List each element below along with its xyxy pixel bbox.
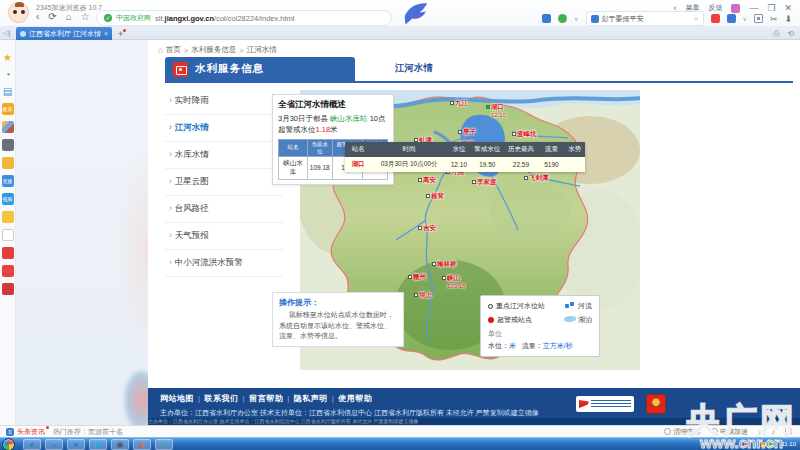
clean-memory-button[interactable]: 清理内存	[664, 427, 701, 437]
legend-station-label: 重点江河水位站	[496, 302, 545, 309]
taskbar-cloud-app-icon[interactable]: ☁	[45, 439, 63, 450]
url-text[interactable]: slt.jiangxi.gov.cn/col/col28224/index.ht…	[155, 14, 295, 23]
screenshot-scissors-icon[interactable]: ✂	[770, 14, 778, 24]
app-red-3-icon[interactable]	[2, 283, 14, 295]
footer-link-网站地图[interactable]: 网站地图	[160, 394, 194, 403]
sidebar-item-台风路径[interactable]: ›台风路径	[165, 196, 283, 223]
map-station-九江[interactable]: 九江	[450, 99, 468, 108]
new-tab-button[interactable]: +	[118, 29, 123, 39]
taskbar-wechat-icon[interactable]: ◖	[155, 439, 173, 450]
tray-icon[interactable]	[761, 442, 766, 447]
status-dot-icon[interactable]	[558, 14, 567, 23]
sidebar-item-实时降雨[interactable]: ›实时降雨	[165, 88, 283, 115]
translate-icon[interactable]	[727, 14, 736, 23]
search-box[interactable]: ⌕	[586, 11, 704, 26]
station-tooltip: 站名时间水位警戒水位历史最高流量水势湖口03月30日 10点00分12.1019…	[345, 142, 585, 172]
footer-link-使用帮助[interactable]: 使用帮助	[338, 394, 372, 403]
window-mode-icon[interactable]	[785, 428, 792, 435]
apps-icon[interactable]	[542, 14, 551, 23]
footer-link-隐私声明[interactable]: 隐私声明	[294, 394, 328, 403]
tray-icon[interactable]	[745, 442, 750, 447]
map-station-高安[interactable]: 高安	[418, 176, 436, 185]
history-clock-icon[interactable]: ◔	[4, 69, 10, 80]
sidebar-item-水库水情[interactable]: ›水库水情	[165, 142, 283, 169]
refresh-button[interactable]: ⟳	[48, 11, 56, 22]
back-button[interactable]: ‹	[36, 11, 39, 22]
map-station-李家渡[interactable]: 李家渡	[472, 178, 497, 187]
home-button[interactable]: ⌂	[66, 11, 72, 22]
sound-icon[interactable]: ♪	[772, 428, 776, 435]
active-tab[interactable]: 江西省水利厅 江河水情 ×	[16, 27, 112, 40]
sidebar-item-中小河流洪水预警[interactable]: ›中小河流洪水预警	[165, 250, 283, 277]
search-icon[interactable]: ⌕	[694, 14, 698, 24]
taskbar-ie-browser-icon[interactable]: e	[23, 439, 41, 450]
pc-boost-button[interactable]: 电脑加速	[711, 427, 748, 437]
map-station-湖口[interactable]: 湖口12.10	[486, 103, 506, 118]
windows-taskbar: e☁➤▶▣◉◖ 11:10	[0, 437, 800, 450]
app-photo-icon[interactable]	[2, 121, 14, 133]
section-current-tab[interactable]: 江河水情	[395, 62, 433, 75]
map-station-峡山[interactable]: 峡山109.18	[442, 274, 465, 289]
favorite-star-button[interactable]: ☆	[81, 11, 90, 22]
app-white-logo-icon[interactable]	[2, 229, 14, 241]
footer-link-留言帮助[interactable]: 留言帮助	[249, 394, 283, 403]
start-button[interactable]	[2, 438, 15, 450]
browser-titlebar: 2345加速浏览器 10.7 ‹ ⟳ ⌂ ☆ ✓ 中国政府网 slt.jiang…	[0, 0, 800, 27]
news-feed-icon[interactable]: ≡	[6, 428, 14, 436]
app-live-icon[interactable]: 直播	[2, 175, 14, 187]
app-gray-icon[interactable]	[2, 139, 14, 151]
taskbar-color-wheel-app-icon[interactable]: ◉	[133, 439, 151, 450]
notes-doc-icon[interactable]: ▤	[3, 86, 12, 97]
tooltip-table: 站名时间水位警戒水位历史最高流量水势湖口03月30日 10点00分12.1019…	[345, 142, 585, 172]
map-station-翰林桥[interactable]: 翰林桥	[432, 260, 457, 269]
capture-icon[interactable]: ⎙	[773, 29, 779, 39]
favorites-star-icon[interactable]: ★	[3, 52, 12, 63]
app-red-2-icon[interactable]	[2, 265, 14, 277]
map-station-吉安[interactable]: 吉安	[418, 224, 436, 233]
footer-marquee: 主办单位：江西省水利厅办公室 技术支持单位：江西省水利信息中心 江西省水利厅版权…	[148, 418, 800, 425]
tray-icon[interactable]	[753, 442, 758, 447]
breadcrumb-item[interactable]: 江河水情	[247, 45, 277, 55]
sidebar-item-江河水情[interactable]: ›江河水情	[165, 115, 283, 142]
map-station-坝上[interactable]: 坝上	[414, 291, 432, 300]
dropdown-caret-icon[interactable]: ∨	[574, 15, 578, 22]
app-red-s-icon[interactable]	[2, 247, 14, 259]
hot-recommendation[interactable]: 热门推荐：页游前十名	[53, 427, 123, 437]
app-video-icon[interactable]: 视频	[2, 193, 14, 205]
extensions-grid-icon[interactable]	[754, 14, 763, 23]
sidebar-item-天气预报[interactable]: ›天气预报	[165, 223, 283, 250]
station-marker-icon	[486, 105, 490, 109]
tray-icon[interactable]	[769, 442, 774, 447]
map-station-赣州[interactable]: 赣州	[408, 273, 426, 282]
legend-alert-label: 超警戒站点	[497, 316, 532, 323]
app-yellow-2-icon[interactable]	[2, 211, 14, 223]
tab-close-icon[interactable]: ×	[104, 30, 108, 37]
news-brand[interactable]: 头条资讯	[17, 427, 45, 437]
app-yellow-icon[interactable]	[2, 157, 14, 169]
station-marker-icon	[418, 226, 422, 230]
footer-link-联系我们[interactable]: 联系我们	[205, 394, 239, 403]
undo-closed-tab-icon[interactable]: ⟲	[787, 29, 794, 39]
sidebar-item-卫星云图[interactable]: ›卫星云图	[165, 169, 283, 196]
dropdown-caret-icon[interactable]: ∨	[743, 15, 747, 22]
map-station-栋背[interactable]: 栋背	[426, 192, 444, 201]
station-marker-icon	[512, 132, 516, 136]
taskbar-2345-browser-icon[interactable]: ➤	[67, 439, 85, 450]
tab-list-icon[interactable]: ◁|	[3, 29, 10, 37]
footer-badge-gov[interactable]	[576, 396, 634, 412]
taskbar-photo-app-icon[interactable]: ▣	[111, 439, 129, 450]
footer-badge-emblem[interactable]	[646, 394, 666, 414]
breadcrumb-item[interactable]: 水利服务信息	[191, 45, 236, 55]
search-input[interactable]	[602, 15, 692, 22]
page-side-menu: ›实时降雨›江河水情›水库水情›卫星云图›台风路径›天气预报›中小河流洪水预警	[165, 88, 283, 277]
map-station-渡峰坑[interactable]: 渡峰坑	[512, 130, 537, 139]
breadcrumb-item[interactable]: 首页	[166, 45, 181, 55]
download-manager-icon[interactable]: ↓	[758, 428, 762, 435]
hot-news-icon[interactable]	[711, 14, 720, 23]
app-education-icon[interactable]: 教育	[2, 103, 14, 115]
taskbar-video-player-icon[interactable]: ▶	[89, 439, 107, 450]
map-station-星子[interactable]: 星子	[458, 128, 476, 137]
download-icon[interactable]: ⬇	[784, 14, 792, 24]
map-station-飞剑潭[interactable]: 飞剑潭	[524, 174, 549, 183]
url-bar[interactable]: ✓ 中国政府网 slt.jiangxi.gov.cn/col/col28224/…	[96, 10, 392, 26]
